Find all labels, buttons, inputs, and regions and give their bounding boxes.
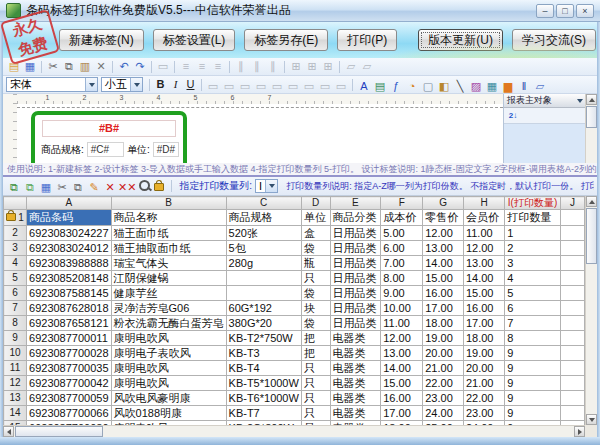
cell[interactable]: 猫王抽取面巾纸 [111,241,226,256]
underline-button[interactable]: U [183,77,198,92]
cell[interactable]: 17.00 [463,316,504,331]
cell[interactable]: 康明电吹风 [111,361,226,376]
cell[interactable]: 6923087700059 [27,391,112,406]
cell[interactable]: 14.00 [463,271,504,286]
cell[interactable]: 12.00 [463,241,504,256]
scroll-left-icon[interactable] [3,426,14,437]
cell[interactable]: 6923083024012 [27,241,112,256]
cell[interactable]: 15.00 [423,271,464,286]
cell[interactable]: 健康芋丝 [111,286,226,301]
row-header[interactable]: 7 [4,301,27,316]
delete-icon[interactable]: ✕ [93,59,109,74]
cell[interactable]: 日用品类 [330,256,381,271]
cell[interactable]: 16.00 [381,391,423,406]
cell[interactable]: 商品名称 [111,210,226,226]
cell[interactable]: 2 [505,241,561,256]
font-name-combo[interactable]: 宋体 [6,77,98,92]
print-button[interactable]: 打印(P) [337,29,397,51]
row-header[interactable]: 2 [4,226,27,241]
column-header[interactable]: C [226,197,301,210]
close-button[interactable]: × [576,4,594,18]
cell[interactable]: 把 [301,346,330,361]
cell[interactable]: 电器类 [330,361,381,376]
cell[interactable]: 瓶 [301,256,330,271]
cell[interactable]: 6.00 [381,241,423,256]
cell[interactable]: 6923087700035 [27,361,112,376]
column-header[interactable]: H [463,197,504,210]
row-header[interactable]: 11 [4,361,27,376]
cell[interactable]: 10.00 [381,301,423,316]
cell[interactable]: KB-T7 [226,406,301,421]
row-header[interactable]: 10 [4,346,27,361]
cell[interactable]: 6923087628018 [27,301,112,316]
cell[interactable]: 6923083988888 [27,256,112,271]
chevron-down-icon[interactable] [577,99,583,103]
cell[interactable]: 电器类 [330,331,381,346]
cell[interactable]: 风吹电风豪明康 [111,391,226,406]
cell[interactable]: 13.00 [381,346,423,361]
row-header[interactable]: 6 [4,286,27,301]
cell[interactable]: 15.00 [381,376,423,391]
cell[interactable]: 16.00 [423,286,464,301]
cell[interactable]: 日用品类 [330,301,381,316]
cell[interactable]: 15.00 [463,286,504,301]
cell[interactable]: KB-T2*750W [226,331,301,346]
cell[interactable]: 6 [505,301,561,316]
cell[interactable] [560,331,584,346]
vertical-scrollbar[interactable] [585,196,597,425]
cell[interactable]: 11.00 [381,316,423,331]
cell[interactable]: KB-T6*1000W [226,391,301,406]
new-label-button[interactable]: 新建标签(N) [59,29,144,51]
scrollbar-thumb[interactable] [586,106,597,128]
cell[interactable]: 19.00 [463,346,504,361]
scroll-up-icon[interactable] [586,94,597,105]
cell[interactable]: 日用品类 [330,286,381,301]
insert-layers-icon[interactable]: ▱ [532,79,548,94]
paste-icon[interactable]: ▥ [77,59,93,74]
cell[interactable]: KB-T4 [226,361,301,376]
horizontal-scrollbar[interactable] [3,425,585,437]
cell[interactable]: 只 [301,406,330,421]
cell[interactable] [560,271,584,286]
field-product-name[interactable]: #B# [42,120,176,137]
cell[interactable]: 13.00 [463,256,504,271]
design-scrollbar[interactable] [585,94,597,163]
column-header[interactable]: A [27,197,112,210]
insert-time-icon[interactable]: ◔ [404,79,420,94]
insert-shape-icon[interactable]: ▨ [468,79,484,94]
cell[interactable]: 日用品类 [330,271,381,286]
cell[interactable]: 7.00 [381,256,423,271]
cell[interactable]: 12.00 [423,226,464,241]
chevron-down-icon[interactable] [265,180,277,192]
cell[interactable]: 4 [505,271,561,286]
label-save-as-button[interactable]: 标签另存(E) [244,29,328,51]
scrollbar-thumb[interactable] [586,208,597,264]
cut-cell-icon[interactable]: ✂ [54,180,70,195]
cell[interactable] [560,226,584,241]
copy-icon[interactable]: ⧉ [61,59,77,74]
sort-icon[interactable]: 2↓ [506,109,520,122]
cell[interactable]: 17.00 [381,406,423,421]
export-data-icon[interactable]: ⧉ [22,180,38,195]
cell[interactable]: 单位 [301,210,330,226]
cell[interactable]: 日用品类 [330,316,381,331]
row-header[interactable]: 12 [4,376,27,391]
cell[interactable] [560,241,584,256]
cell[interactable]: 7 [505,316,561,331]
row-header[interactable]: 9 [4,331,27,346]
cell[interactable]: 5包 [226,241,301,256]
cell[interactable]: 打印数量 [505,210,561,226]
insert-color-icon[interactable]: ◧ [436,79,452,94]
import-data-icon[interactable]: ⧉ [6,180,22,195]
cell[interactable]: 60G*192 [226,301,301,316]
insert-function-icon[interactable]: ƒ [388,79,404,94]
column-header[interactable]: I(打印数量) [505,197,561,210]
maximize-button[interactable]: □ [556,4,574,18]
row-header[interactable]: 8 [4,316,27,331]
cell[interactable]: 24.00 [423,406,464,421]
cell[interactable]: 灵净洁芳皂G06 [111,301,226,316]
cell[interactable]: 袋 [301,241,330,256]
cell[interactable]: 康明电吹风 [111,331,226,346]
field-unit[interactable]: #D# [153,142,179,157]
cell[interactable]: 成本价 [381,210,423,226]
